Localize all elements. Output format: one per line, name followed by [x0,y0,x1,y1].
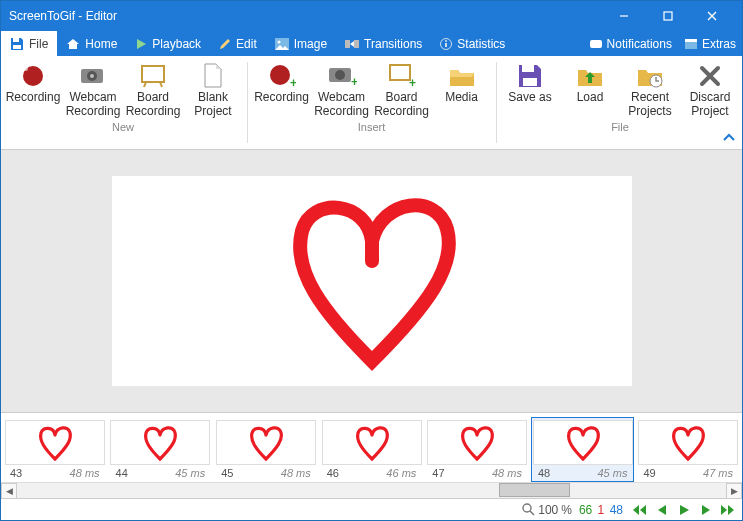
scroll-thumb[interactable] [499,483,570,497]
new-board-button[interactable]: Board Recording [123,60,183,121]
playback-nav [630,501,738,519]
frame-image [216,420,316,465]
frame-image [110,420,210,465]
frame-thumbnail[interactable]: 46 46 ms [320,417,424,482]
board-icon [140,64,166,88]
recent-icon [636,64,664,88]
titlebar: ScreenToGif - Editor [1,1,742,31]
frame-duration: 45 ms [598,467,628,479]
frame-duration: 48 ms [70,467,100,479]
collapse-ribbon-button[interactable] [722,129,736,145]
save-icon [517,63,543,89]
scroll-right-button[interactable]: ▶ [726,483,742,499]
frame-number: 49 [643,467,655,479]
frame-number: 43 [10,467,22,479]
insert-recording-button[interactable]: + Recording [252,60,312,121]
play-icon [135,38,147,50]
pencil-icon [219,38,231,50]
svg-rect-32 [523,78,537,86]
frame-image [322,420,422,465]
extras-icon [684,38,698,50]
new-webcam-button[interactable]: Webcam Recording [63,60,123,121]
frame-thumbnail[interactable]: 43 48 ms [3,417,107,482]
svg-rect-8 [345,40,350,48]
insert-media-button[interactable]: Media [432,60,492,121]
tab-file[interactable]: File [1,31,57,56]
group-label-new: New [1,121,245,135]
notifications-button[interactable]: Notifications [583,31,678,56]
tab-transitions[interactable]: Transitions [336,31,431,56]
board-plus-icon: + [388,63,416,89]
group-label-insert: Insert [250,121,494,135]
frame-number: 48 [538,467,550,479]
tab-edit[interactable]: Edit [210,31,266,56]
group-file: Save as Load Recent Projects Discard Pro… [498,56,742,149]
frames-strip: 43 48 ms 44 45 ms 45 48 ms 46 46 ms 47 4… [1,413,742,482]
info-icon [440,38,452,50]
discard-project-button[interactable]: Discard Project [680,60,740,121]
scroll-left-button[interactable]: ◀ [1,483,17,499]
tab-home[interactable]: Home [57,31,126,56]
save-as-button[interactable]: Save as [500,60,560,121]
frame-thumbnail[interactable]: 45 48 ms [214,417,318,482]
statusbar: 100 % 66 1 48 [1,498,742,520]
record-plus-icon: + [268,63,296,89]
new-recording-button[interactable]: Recording [3,60,63,121]
frame-duration: 48 ms [492,467,522,479]
frame-image [427,420,527,465]
svg-point-20 [90,74,94,78]
timeline-scrollbar[interactable]: ◀ ▶ [1,482,742,498]
svg-point-12 [445,40,447,42]
extras-button[interactable]: Extras [678,31,742,56]
zoom-indicator[interactable]: 100 % [522,503,572,517]
svg-rect-9 [354,40,359,48]
insert-board-button[interactable]: + Board Recording [372,60,432,121]
frame-number: 44 [116,467,128,479]
prev-frame-button[interactable] [652,501,672,519]
tab-statistics[interactable]: Statistics [431,31,514,56]
svg-rect-4 [13,38,19,42]
insert-webcam-button[interactable]: + Webcam Recording [312,60,372,121]
ribbon: Recording Webcam Recording Board Recordi… [1,56,742,150]
svg-rect-13 [590,40,602,48]
svg-point-17 [24,67,28,71]
play-button[interactable] [674,501,694,519]
svg-point-27 [335,70,345,80]
svg-point-24 [270,65,290,85]
minimize-button[interactable] [602,1,646,31]
svg-rect-21 [142,66,164,82]
webcam-icon [79,65,107,87]
magnifier-icon [522,503,535,516]
svg-rect-15 [685,39,697,42]
last-frame-button[interactable] [718,501,738,519]
media-icon [448,64,476,88]
record-icon [20,63,46,89]
recent-projects-button[interactable]: Recent Projects [620,60,680,121]
next-frame-button[interactable] [696,501,716,519]
bell-icon [589,38,603,50]
preview-canvas[interactable] [112,176,632,386]
frame-image [5,420,105,465]
tab-image[interactable]: Image [266,31,336,56]
heart-drawing [252,181,492,381]
app-title: ScreenToGif - Editor [9,9,602,23]
group-insert: + Recording + Webcam Recording + Board R… [250,56,494,149]
close-button[interactable] [690,1,734,31]
frame-thumbnail[interactable]: 49 47 ms [636,417,740,482]
maximize-button[interactable] [646,1,690,31]
svg-text:+: + [409,76,416,89]
frame-image [533,420,633,465]
webcam-plus-icon: + [327,64,357,88]
load-button[interactable]: Load [560,60,620,121]
frame-duration: 46 ms [386,467,416,479]
frame-thumbnail[interactable]: 44 45 ms [109,417,213,482]
new-blank-button[interactable]: Blank Project [183,60,243,121]
tab-playback[interactable]: Playback [126,31,210,56]
chevron-up-icon [722,132,736,142]
frame-number: 45 [221,467,233,479]
frame-counts: 66 1 48 [578,503,624,517]
frame-thumbnail[interactable]: 48 45 ms [531,417,635,482]
first-frame-button[interactable] [630,501,650,519]
frame-duration: 47 ms [703,467,733,479]
frame-thumbnail[interactable]: 47 48 ms [425,417,529,482]
